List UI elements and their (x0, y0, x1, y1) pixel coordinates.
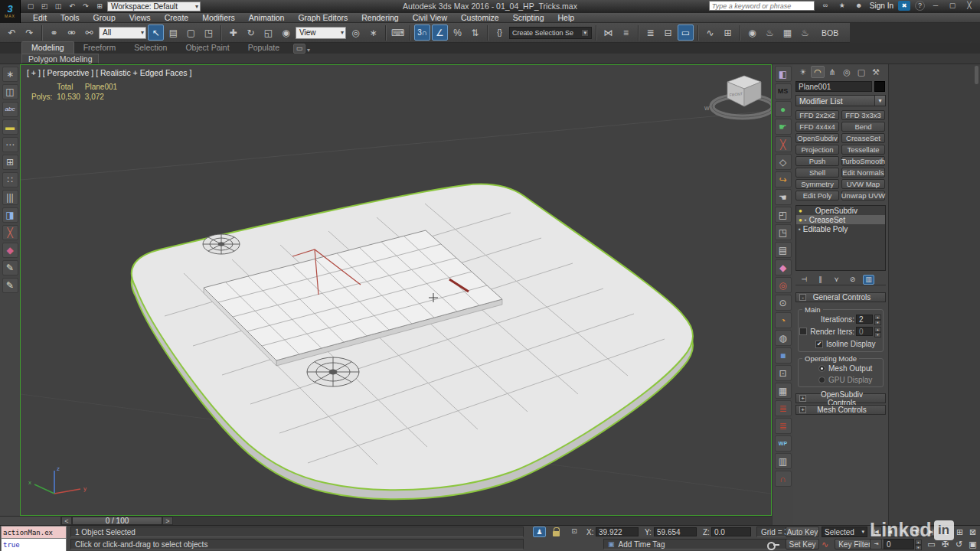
perspective-viewport[interactable]: FRONT W E z x y [ + ] [ Perspective ] [ … (20, 64, 772, 516)
close-button[interactable]: ╳ (963, 1, 975, 11)
visibility-bulb-icon[interactable]: ● (799, 207, 802, 214)
align-button[interactable]: ≡ (618, 24, 634, 41)
maximize-viewport-toggle[interactable]: ▣ (966, 539, 979, 549)
frame-spinner[interactable]: ▴▾ (915, 540, 922, 549)
stack-item-editable-poly[interactable]: ▪ Editable Poly (796, 224, 885, 233)
maxscript-mini-listener-macro[interactable]: actionMan.ex (1, 526, 67, 539)
expand-icon[interactable]: + (799, 406, 806, 413)
select-and-move-button[interactable]: ✚ (225, 24, 241, 41)
redo-icon[interactable]: ↷ (80, 2, 92, 11)
gpu-display-radio[interactable] (818, 377, 825, 383)
macro-icon-9[interactable]: ◨ (2, 207, 18, 223)
macro-icon-r7[interactable]: ↪ (775, 171, 792, 187)
keyboard-shortcut-override-toggle[interactable]: ⌨ (390, 24, 406, 41)
maxscript-mini-listener-result[interactable]: true (1, 539, 67, 551)
render-iters-field[interactable]: 0 (856, 327, 873, 336)
modifier-button-ffd4[interactable]: FFD 4x4x4 (795, 122, 839, 132)
default-in-out-tangents-icon[interactable]: ∿ (822, 540, 828, 549)
modifier-button-uvwmap[interactable]: UVW Map (841, 179, 885, 189)
modifier-button-editpoly[interactable]: Edit Poly (795, 191, 839, 201)
remove-modifier-button[interactable]: ⊘ (847, 275, 858, 285)
rendered-frame-window-button[interactable]: ▦ (779, 24, 795, 41)
macro-icon-10[interactable]: ╳ (2, 225, 18, 240)
curve-editor-button[interactable]: ∿ (702, 24, 718, 41)
select-and-place-button[interactable]: ◉ (278, 24, 294, 41)
selection-lock-toggle[interactable] (553, 527, 560, 536)
orbit-icon[interactable]: ↺ (952, 539, 965, 549)
previous-frame-button[interactable]: < (61, 517, 72, 525)
macro-icon-r11[interactable]: ▤ (775, 242, 792, 258)
tab-hierarchy-icon[interactable]: ⋔ (825, 66, 839, 78)
render-iters-spinner[interactable]: ▴▾ (874, 327, 881, 336)
zoom-all-icon[interactable]: ⊞ (953, 527, 966, 537)
menu-scripting[interactable]: Scripting (506, 13, 551, 23)
macro-icon-r17[interactable]: ■ (775, 347, 792, 364)
reference-coordinate-dropdown[interactable]: View ▾ (296, 27, 346, 39)
menu-graph-editors[interactable]: Graph Editors (291, 13, 354, 23)
macro-icon-r1[interactable]: ◧ (775, 66, 792, 82)
macro-icon-r9[interactable]: ◰ (775, 207, 792, 223)
percent-snap-toggle[interactable]: % (449, 24, 466, 41)
select-and-link-icon[interactable]: ⚭ (46, 24, 62, 41)
select-and-rotate-button[interactable]: ↻ (243, 24, 259, 41)
select-and-scale-button[interactable]: ◱ (260, 24, 276, 41)
ribbon-toggle[interactable]: ▭ (678, 24, 694, 41)
selection-filter-dropdown[interactable]: All ▾ (99, 27, 146, 39)
make-unique-button[interactable]: ⋎ (831, 275, 842, 285)
user-icon[interactable]: ☻ (853, 1, 865, 11)
modifier-button-opensubdiv[interactable]: OpenSubdiv (795, 133, 839, 143)
macro-icon-r4[interactable]: ☛ (775, 119, 792, 135)
tab-modify-icon[interactable]: ◠ (811, 66, 825, 78)
modifier-button-unwrapuvw[interactable]: Unwrap UVW (841, 191, 885, 201)
key-mode-toggle[interactable]: ⇥ (870, 539, 882, 549)
macro-icon-r15[interactable]: ◔ (775, 312, 792, 328)
next-frame-button[interactable]: > (162, 517, 173, 525)
macro-icon-r23[interactable]: ▥ (775, 453, 792, 469)
absolute-offset-toggle[interactable]: ⊡ (568, 527, 580, 536)
macro-icon-r12[interactable]: ◆ (775, 259, 792, 276)
menu-group[interactable]: Group (87, 13, 122, 23)
tab-utilities-icon[interactable]: ⚒ (869, 66, 883, 78)
isoline-display-checkbox[interactable]: ✔ (815, 341, 823, 348)
stack-item-opensubdiv[interactable]: ● OpenSubdiv (796, 206, 885, 215)
zoom-extents-icon[interactable]: ⊠ (966, 527, 979, 537)
named-selection-sets-button[interactable]: {} (492, 24, 508, 41)
zoom-icon[interactable]: ⊕ (940, 527, 953, 537)
modifier-button-push[interactable]: Push (795, 156, 839, 166)
open-file-icon[interactable]: ◰ (38, 2, 51, 11)
isolate-selection-toggle[interactable]: ♟ (533, 527, 546, 537)
tab-motion-icon[interactable]: ◎ (840, 66, 854, 78)
ribbon-config-button[interactable]: ▭ (293, 44, 305, 54)
select-by-name-button[interactable]: ▤ (165, 24, 181, 41)
polygon-modeling-panel[interactable]: Polygon Modeling (21, 54, 99, 64)
undo-button[interactable]: ↶ (4, 24, 20, 41)
modifier-button-symmetry[interactable]: Symmetry (795, 179, 839, 189)
bind-to-spacewarp-icon[interactable]: ⚯ (81, 24, 97, 41)
stack-item-creaseset[interactable]: ● ▪ CreaseSet (796, 215, 885, 224)
modifier-button-turbosmooth[interactable]: TurboSmooth (841, 156, 885, 166)
select-and-manipulate-button[interactable]: ∗ (365, 24, 381, 41)
schematic-view-button[interactable]: ⊞ (720, 24, 736, 41)
configure-modifier-sets-button[interactable]: ▥ (863, 275, 874, 285)
macro-icon-7[interactable]: ∷ (2, 172, 18, 187)
macro-icon-8[interactable]: ||| (2, 190, 18, 205)
object-name-field[interactable]: Plane001 (795, 81, 872, 92)
macro-icon-5[interactable]: ⋯ (2, 137, 18, 152)
redo-button[interactable]: ↷ (21, 24, 38, 41)
material-editor-button[interactable]: ◉ (744, 24, 760, 41)
iterations-spinner[interactable]: ▴▾ (874, 315, 881, 324)
menu-edit[interactable]: Edit (26, 13, 54, 23)
macro-icon-r16[interactable]: ◍ (775, 330, 792, 346)
menu-modifiers[interactable]: Modifiers (195, 13, 242, 23)
macro-icon-ruler[interactable]: ▬ (2, 119, 18, 135)
plane-object[interactable] (132, 184, 693, 500)
exchange-icon[interactable]: ✖ (898, 1, 910, 11)
macro-icon-r24[interactable]: ∩ (775, 471, 792, 487)
menu-customize[interactable]: Customize (454, 13, 506, 23)
macro-icon-r8[interactable]: ☚ (775, 189, 792, 205)
view-cube[interactable]: FRONT W E (704, 76, 771, 117)
x-coordinate-field[interactable]: 39.922 (596, 527, 639, 536)
modifier-button-creaseset[interactable]: CreaseSet (841, 133, 885, 143)
go-to-end-button[interactable]: ▶| (925, 527, 937, 537)
select-object-button[interactable]: ↖ (148, 24, 164, 41)
